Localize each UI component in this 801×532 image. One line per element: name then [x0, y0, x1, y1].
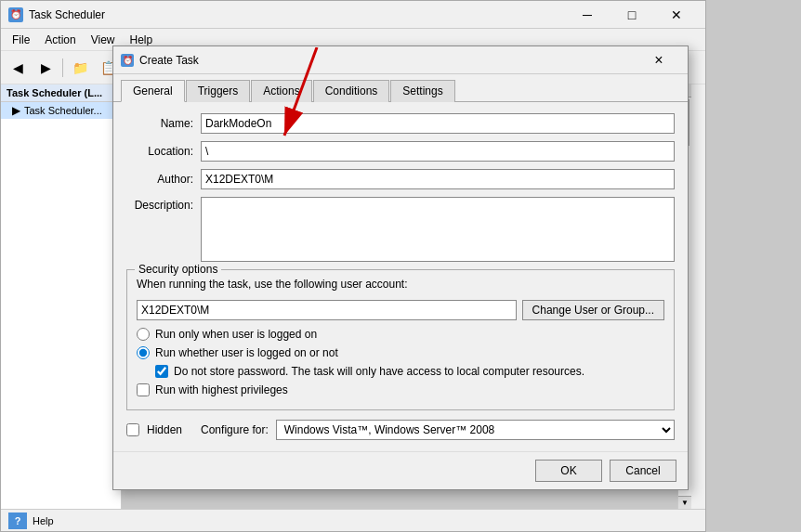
- author-row: Author:: [126, 169, 675, 189]
- dialog-title-bar: ⏰ Create Task ×: [113, 46, 688, 74]
- dialog-close-button[interactable]: ×: [637, 46, 680, 74]
- scroll-down-btn[interactable]: ▼: [678, 496, 691, 509]
- run-highest-checkbox[interactable]: [137, 383, 150, 396]
- tree-item[interactable]: ▶ Task Scheduler...: [1, 102, 121, 119]
- configure-label: Configure for:: [201, 423, 269, 436]
- dialog-tabs: General Triggers Actions Conditions Sett…: [113, 74, 688, 102]
- description-input[interactable]: [201, 197, 675, 262]
- tree-header: Task Scheduler (L...: [1, 84, 121, 102]
- radio-whether-logged[interactable]: [137, 346, 150, 359]
- dialog-title: Create Task: [139, 54, 637, 67]
- configure-select[interactable]: Windows Vista™, Windows Server™ 2008 Win…: [276, 420, 675, 440]
- radio-whether-logged-label: Run whether user is logged on or not: [155, 346, 338, 359]
- security-group-label: Security options: [135, 263, 221, 276]
- status-bar: ? Help: [1, 509, 705, 531]
- description-row: Description:: [126, 197, 675, 262]
- run-highest-row: Run with highest privileges: [137, 383, 664, 396]
- location-input[interactable]: [201, 141, 675, 162]
- description-label: Description:: [126, 197, 201, 212]
- toolbar-separator: [62, 58, 63, 77]
- cancel-button[interactable]: Cancel: [610, 460, 676, 482]
- tab-conditions[interactable]: Conditions: [313, 80, 390, 102]
- account-row: Change User or Group...: [137, 300, 664, 320]
- tab-actions[interactable]: Actions: [251, 80, 311, 102]
- account-description: When running the task, use the following…: [137, 278, 664, 291]
- name-input[interactable]: [201, 113, 675, 134]
- help-icon[interactable]: ?: [8, 513, 27, 529]
- tab-general[interactable]: General: [121, 80, 185, 102]
- radio-logged-on-row: Run only when user is logged on: [137, 328, 664, 341]
- menu-action[interactable]: Action: [37, 32, 83, 48]
- security-options-group: Security options When running the task, …: [126, 269, 675, 410]
- minimize-button[interactable]: ─: [566, 1, 609, 29]
- hidden-label: Hidden: [147, 423, 182, 436]
- account-input[interactable]: [137, 300, 517, 320]
- app-icon: ⏰: [8, 7, 23, 22]
- app-window: ⏰ Task Scheduler ─ □ ✕ File Action View …: [0, 0, 706, 532]
- maximize-button[interactable]: □: [611, 1, 653, 29]
- hidden-row: Hidden Configure for: Windows Vista™, Wi…: [126, 420, 675, 440]
- ok-button[interactable]: OK: [535, 460, 602, 482]
- tab-triggers[interactable]: Triggers: [186, 80, 251, 102]
- dialog-icon: ⏰: [121, 54, 134, 67]
- tree-expand-icon: ▶: [12, 104, 20, 117]
- create-task-dialog: ⏰ Create Task × General Triggers Actions…: [112, 45, 689, 490]
- toolbar-forward[interactable]: ▶: [33, 55, 59, 81]
- author-input[interactable]: [201, 169, 675, 189]
- toolbar-back[interactable]: ◀: [5, 55, 31, 81]
- close-button[interactable]: ✕: [655, 1, 698, 29]
- radio-whether-logged-row: Run whether user is logged on or not: [137, 346, 664, 359]
- dialog-buttons: OK Cancel: [113, 451, 688, 489]
- run-highest-label: Run with highest privileges: [155, 383, 288, 396]
- toolbar-folder[interactable]: 📁: [67, 55, 93, 81]
- author-label: Author:: [126, 173, 201, 186]
- location-row: Location:: [126, 141, 675, 162]
- window-controls: ─ □ ✕: [566, 1, 698, 29]
- radio-logged-on-label: Run only when user is logged on: [155, 328, 317, 341]
- do-not-store-label: Do not store password. The task will onl…: [174, 365, 584, 378]
- name-row: Name:: [126, 113, 675, 134]
- do-not-store-checkbox[interactable]: [155, 365, 168, 378]
- app-title: Task Scheduler: [29, 8, 566, 21]
- tree-panel: Task Scheduler (L... ▶ Task Scheduler...: [1, 84, 122, 509]
- menu-file[interactable]: File: [5, 32, 37, 48]
- tree-item-label: Task Scheduler...: [24, 105, 102, 116]
- radio-logged-on[interactable]: [137, 328, 150, 341]
- dialog-content: Name: Location: Author: Description: Sec…: [113, 102, 688, 451]
- tab-settings[interactable]: Settings: [390, 80, 454, 102]
- help-text: Help: [33, 515, 54, 526]
- hidden-checkbox[interactable]: [126, 423, 139, 436]
- do-not-store-row: Do not store password. The task will onl…: [155, 365, 664, 378]
- name-label: Name:: [126, 117, 201, 130]
- change-user-button[interactable]: Change User or Group...: [522, 300, 664, 320]
- title-bar: ⏰ Task Scheduler ─ □ ✕: [1, 1, 705, 29]
- location-label: Location:: [126, 145, 201, 158]
